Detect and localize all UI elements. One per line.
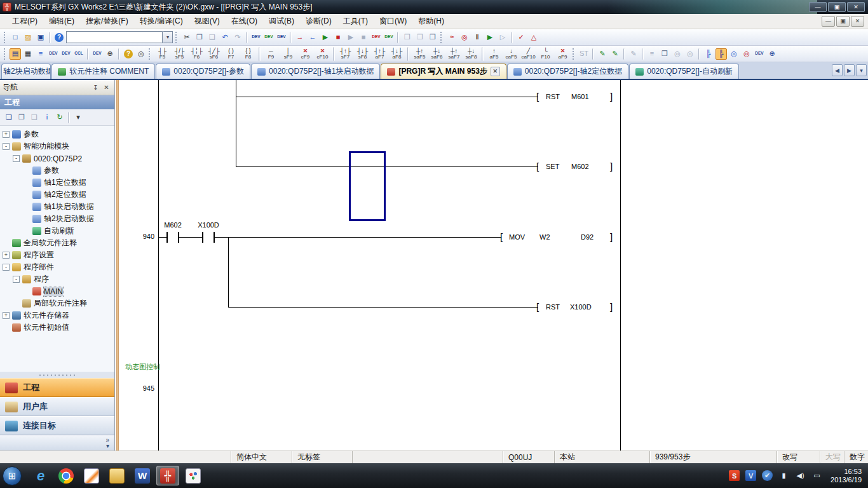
close-button[interactable]: ✕ — [847, 2, 865, 12]
mdi-restore-button[interactable]: ▣ — [836, 16, 850, 27]
device-find-icon[interactable]: DEV — [250, 32, 262, 43]
device-display-red-icon[interactable]: DEV — [370, 32, 382, 43]
tree-global-comment[interactable]: 全局软元件注释 — [0, 237, 114, 249]
new-file-icon[interactable]: □ — [10, 32, 21, 43]
tree-param[interactable]: + 参数 — [0, 128, 114, 140]
menu-tools[interactable]: 工具(T) — [337, 14, 374, 29]
find-binoculars-icon[interactable]: ◎ — [135, 48, 147, 60]
undo-icon[interactable]: ↶ — [219, 32, 231, 43]
read-from-plc-icon[interactable]: ← — [307, 32, 318, 43]
menu-view[interactable]: 视图(V) — [189, 14, 226, 29]
toolbar-grip[interactable] — [4, 32, 6, 43]
sep[interactable] — [49, 32, 51, 43]
tree-display-icon[interactable]: ╠ — [703, 48, 714, 60]
menu-debug[interactable]: 调试(B) — [263, 14, 300, 29]
caF5[interactable]: ↓caF5 — [503, 47, 519, 61]
tree-device-memory[interactable]: + 软元件存储器 — [0, 309, 114, 322]
tab-scroll-right[interactable]: ▶ — [844, 64, 855, 76]
cF9[interactable]: ✕cF9 — [297, 47, 313, 61]
device-comment-icon[interactable]: DEV — [48, 48, 59, 60]
F10[interactable]: └F10 — [538, 47, 553, 61]
minimize-button[interactable]: — — [809, 2, 827, 12]
restore-button[interactable]: ▣ — [828, 2, 846, 12]
list-view-icon[interactable]: ≡ — [35, 48, 46, 60]
tab-scroll-left[interactable]: ◀ — [832, 64, 843, 76]
sF7[interactable]: ┤↑├sF7 — [337, 47, 353, 61]
sep[interactable] — [68, 112, 70, 123]
tree-expander[interactable]: - — [3, 143, 10, 150]
chevron-down-icon[interactable]: ▾ — [106, 443, 109, 449]
toolbar-grip[interactable] — [573, 48, 575, 60]
cF10[interactable]: ✕cF10 — [315, 47, 330, 61]
paste-icon[interactable]: ❑ — [207, 32, 218, 43]
F7[interactable]: ( )F7 — [223, 47, 239, 61]
tab-axis2-pos[interactable]: 0020:QD75P2[]-轴2定位数据 — [507, 64, 628, 79]
nav-copy-icon[interactable]: ❐ — [16, 112, 27, 123]
saF6[interactable]: ┼↓saF6 — [429, 47, 445, 61]
wps[interactable]: W — [131, 466, 154, 485]
edit-contact-icon[interactable]: ✎ — [597, 48, 608, 60]
help-bulb-icon[interactable]: ? — [123, 48, 134, 60]
toolbar-grip[interactable] — [4, 48, 6, 60]
nav-btn-user-library[interactable]: 用户库 — [0, 397, 114, 416]
help-icon[interactable]: ? — [53, 32, 65, 43]
menu-convert-compile[interactable]: 转换/编译(C) — [134, 14, 189, 29]
clock[interactable]: 16:53 2013/6/19 — [831, 468, 862, 484]
tree-expander[interactable]: - — [3, 264, 10, 271]
edit-rung-icon[interactable]: ✎ — [628, 48, 639, 60]
nav-new-icon[interactable]: ❏ — [3, 112, 15, 123]
find-combo-input[interactable] — [66, 31, 163, 43]
nav-more-buttons[interactable]: » ▾ — [0, 435, 114, 451]
start-button[interactable]: ⊞ — [3, 466, 22, 485]
panel-close-icon[interactable]: ✕ — [101, 83, 112, 93]
tree-axis1-block[interactable]: 轴1块启动数据 — [0, 201, 114, 213]
doc-find2-icon[interactable]: ◎ — [684, 48, 696, 60]
tab-prg-main[interactable]: [PRG]R 写入 MAIN 953步 ✕ — [381, 64, 506, 79]
saF7[interactable]: ┼↑saF7 — [446, 47, 462, 61]
monitor-write-icon[interactable]: ▶ — [345, 32, 356, 43]
tree-auto-refresh[interactable]: 自动刷新 — [0, 225, 114, 237]
F8[interactable]: { }F8 — [240, 47, 256, 61]
tree-main[interactable]: MAIN — [0, 285, 114, 297]
pin-icon[interactable]: ↧ — [90, 83, 101, 93]
thunder[interactable]: V — [745, 470, 756, 481]
menu-window[interactable]: 窗口(W) — [374, 14, 412, 29]
sep[interactable] — [397, 32, 399, 43]
tree-axis2-pos[interactable]: 轴2定位数据 — [0, 189, 114, 201]
tab-close-icon[interactable]: ✕ — [491, 67, 500, 76]
watch-start-icon[interactable]: ▶ — [484, 32, 496, 43]
ie[interactable]: e — [29, 466, 52, 485]
mdi-minimize-button[interactable]: — — [822, 16, 835, 27]
tab-list-dropdown[interactable]: ▾ — [856, 64, 867, 76]
tree-expander[interactable]: - — [13, 276, 20, 283]
nav-btn-project[interactable]: 工程 — [0, 378, 114, 397]
device-batch-icon[interactable]: DEV — [276, 32, 287, 43]
toolbar-grip[interactable] — [440, 32, 443, 43]
parameter-check-icon[interactable]: ◎ — [459, 32, 470, 43]
device-grid-icon[interactable]: DEV — [60, 48, 72, 60]
combo-dropdown-icon[interactable]: ▾ — [163, 31, 173, 43]
edit-cursor[interactable] — [349, 151, 386, 221]
project-tree-icon[interactable]: ▤ — [10, 48, 21, 60]
open-file-icon[interactable]: ▨ — [22, 32, 34, 43]
window-next-icon[interactable]: ❒ — [414, 32, 426, 43]
tree-expander[interactable]: - — [13, 155, 20, 162]
sep[interactable] — [246, 32, 248, 43]
toolbar-grip[interactable] — [175, 32, 178, 43]
monitor-read-icon[interactable]: ■ — [358, 32, 369, 43]
menu-online[interactable]: 在线(O) — [226, 14, 263, 29]
menu-project[interactable]: 工程(P) — [6, 14, 43, 29]
device-batch2-icon[interactable]: DEV — [754, 48, 765, 60]
explorer[interactable] — [105, 466, 128, 485]
battery[interactable]: ▮ — [778, 470, 789, 481]
menu-help[interactable]: 帮助(H) — [412, 14, 450, 29]
saF5[interactable]: ┼↑saF5 — [412, 47, 428, 61]
panel-splitter[interactable] — [0, 372, 114, 378]
cross-reference-icon[interactable]: ⊕ — [104, 48, 116, 60]
verify-check-icon[interactable]: ✓ — [515, 32, 527, 43]
tree-edit-icon[interactable]: ╠ — [715, 48, 727, 60]
tree-qd75p2[interactable]: - 0020:QD75P2 — [0, 152, 114, 165]
device-display-green-icon[interactable]: DEV — [383, 32, 395, 43]
sF6[interactable]: ┤╱├sF6 — [206, 47, 222, 61]
zoom-icon[interactable]: ⊕ — [766, 48, 778, 60]
